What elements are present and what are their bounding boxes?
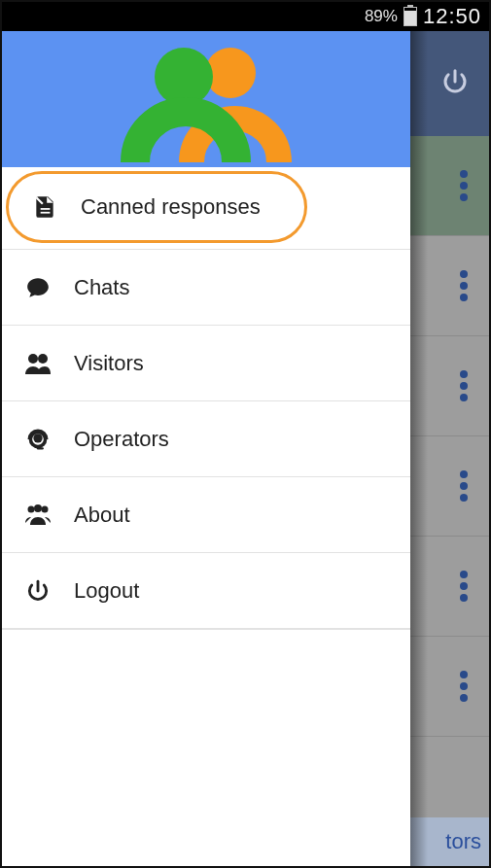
menu-item-label: Logout — [74, 578, 139, 604]
document-icon — [30, 193, 59, 221]
menu-item-label: Operators — [74, 427, 169, 452]
svg-point-5 — [38, 354, 48, 364]
clock: 12:50 — [423, 4, 481, 29]
power-icon — [23, 578, 53, 604]
svg-point-10 — [28, 505, 35, 512]
more-vert-icon[interactable] — [460, 370, 468, 401]
more-vert-icon[interactable] — [460, 470, 468, 502]
battery-icon — [403, 7, 417, 26]
navigation-drawer: Canned responses Chats Visitors — [2, 31, 410, 866]
more-vert-icon[interactable] — [460, 170, 468, 201]
drawer-header — [2, 31, 410, 167]
more-vert-icon[interactable] — [460, 270, 468, 301]
status-bar: 89% 12:50 — [2, 2, 489, 31]
more-vert-icon[interactable] — [460, 671, 468, 702]
people-icon — [23, 351, 53, 376]
svg-point-1 — [155, 48, 213, 106]
svg-point-8 — [33, 434, 42, 442]
drawer-shadow — [410, 31, 428, 866]
power-icon[interactable] — [440, 67, 470, 100]
bottom-tab-fragment: tors — [445, 829, 481, 854]
battery-percent: 89% — [365, 7, 398, 26]
menu-item-label: About — [74, 503, 130, 528]
menu-item-operators[interactable]: Operators — [2, 401, 410, 477]
svg-point-4 — [28, 354, 38, 364]
divider — [2, 629, 410, 630]
menu-item-about[interactable]: About — [2, 477, 410, 553]
svg-rect-2 — [41, 208, 51, 210]
svg-point-0 — [205, 48, 256, 98]
svg-point-11 — [34, 504, 42, 512]
menu-item-canned-responses[interactable]: Canned responses — [6, 171, 307, 243]
menu-item-visitors[interactable]: Visitors — [2, 326, 410, 401]
menu-item-label: Canned responses — [81, 194, 261, 220]
device-frame: 89% 12:50 tors — [0, 0, 491, 868]
menu-item-chats[interactable]: Chats — [2, 250, 410, 326]
more-vert-icon[interactable] — [460, 571, 468, 602]
chat-icon — [23, 275, 53, 300]
headset-icon — [23, 426, 53, 453]
menu-item-label: Chats — [74, 275, 129, 300]
app-logo-icon — [114, 36, 298, 162]
menu-item-label: Visitors — [74, 351, 144, 376]
group-icon — [23, 503, 53, 527]
menu-item-logout[interactable]: Logout — [2, 553, 410, 629]
svg-rect-9 — [37, 447, 44, 449]
svg-point-12 — [42, 505, 49, 512]
svg-rect-3 — [41, 212, 51, 214]
